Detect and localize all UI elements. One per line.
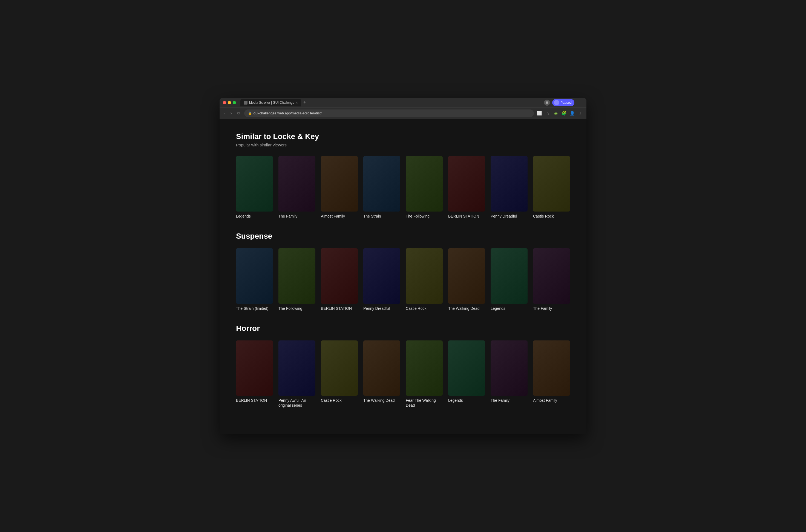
settings-icon[interactable]: [544, 100, 550, 106]
media-grid: The Strain (limited)The FollowingBERLIN …: [236, 248, 570, 311]
media-item[interactable]: The Walking Dead: [363, 340, 400, 408]
media-item[interactable]: The Following: [278, 248, 315, 311]
media-title: The Following: [278, 306, 315, 311]
media-thumbnail: [533, 340, 570, 396]
address-text: gui-challenges.web.app/media-scroller/di…: [254, 111, 322, 115]
media-item[interactable]: BERLIN STATION: [236, 340, 273, 408]
media-thumbnail: [278, 248, 315, 304]
browser-menu-icon[interactable]: ⋮: [579, 100, 583, 105]
media-title: Castle Rock: [321, 398, 358, 403]
section-suspense: SuspenseThe Strain (limited)The Followin…: [236, 232, 570, 311]
media-title: Legends: [236, 214, 273, 218]
media-title: The Following: [406, 214, 443, 218]
media-item[interactable]: BERLIN STATION: [448, 156, 485, 218]
media-thumbnail: [406, 340, 443, 396]
maximize-button[interactable]: [233, 101, 236, 104]
puzzle-icon[interactable]: 🧩: [561, 111, 567, 116]
media-item[interactable]: Legends: [236, 156, 273, 218]
tab-close-icon[interactable]: ×: [296, 101, 298, 104]
toolbar-icons: ⬜ ☆ ◉ 🧩 👤 ♪: [537, 111, 583, 116]
media-item[interactable]: Almost Family: [321, 156, 358, 218]
media-thumbnail: [236, 248, 273, 304]
media-item[interactable]: The Family: [491, 340, 528, 408]
media-item[interactable]: The Walking Dead: [448, 248, 485, 311]
media-grid: BERLIN STATIONPenny Awful: An original s…: [236, 340, 570, 408]
media-thumbnail: [491, 340, 528, 396]
person-icon[interactable]: 👤: [569, 111, 575, 116]
media-title: The Family: [491, 398, 528, 403]
media-title: The Family: [278, 214, 315, 218]
media-item[interactable]: Almost Family: [533, 340, 570, 408]
media-title: The Strain (limited): [236, 306, 273, 311]
address-input[interactable]: 🔒 gui-challenges.web.app/media-scroller/…: [244, 110, 534, 117]
media-item[interactable]: Castle Rock: [321, 340, 358, 408]
media-item[interactable]: Penny Dreadful: [363, 248, 400, 311]
media-title: Penny Dreadful: [491, 214, 528, 218]
media-thumbnail: [448, 156, 485, 211]
new-tab-button[interactable]: +: [302, 100, 307, 106]
close-button[interactable]: [223, 101, 226, 104]
section-similar: Similar to Locke & KeyPopular with simil…: [236, 132, 570, 218]
audio-icon[interactable]: ♪: [578, 111, 583, 115]
address-bar: ‹ › ↻ 🔒 gui-challenges.web.app/media-scr…: [220, 108, 586, 119]
media-item[interactable]: The Following: [406, 156, 443, 218]
title-bar: Media Scroller | GUI Challenge × + Pause…: [220, 98, 586, 108]
media-thumbnail: [236, 340, 273, 396]
tab-favicon: [244, 101, 247, 104]
media-item[interactable]: The Family: [278, 156, 315, 218]
media-thumbnail: [278, 340, 315, 396]
media-title: Penny Dreadful: [363, 306, 400, 311]
media-thumbnail: [236, 156, 273, 211]
section-subtitle: Popular with similar viewers: [236, 142, 570, 147]
media-title: Almost Family: [321, 214, 358, 218]
traffic-lights: [223, 101, 236, 104]
media-item[interactable]: Fear The Walking Dead: [406, 340, 443, 408]
section-title: Similar to Locke & Key: [236, 132, 570, 141]
media-title: BERLIN STATION: [236, 398, 273, 403]
media-item[interactable]: Penny Dreadful: [491, 156, 528, 218]
media-item[interactable]: Castle Rock: [533, 156, 570, 218]
cast-icon[interactable]: ⬜: [537, 111, 542, 116]
active-tab[interactable]: Media Scroller | GUI Challenge ×: [240, 99, 301, 107]
media-item[interactable]: Legends: [491, 248, 528, 311]
bookmark-icon[interactable]: ☆: [545, 111, 550, 116]
media-title: Fear The Walking Dead: [406, 398, 443, 408]
media-item[interactable]: Castle Rock: [406, 248, 443, 311]
media-thumbnail: [363, 248, 400, 304]
media-item[interactable]: BERLIN STATION: [321, 248, 358, 311]
profile-avatar: [554, 100, 559, 106]
back-button[interactable]: ‹: [223, 110, 226, 116]
media-thumbnail: [406, 156, 443, 211]
section-horror: HorrorBERLIN STATIONPenny Awful: An orig…: [236, 324, 570, 408]
tab-bar: Media Scroller | GUI Challenge × +: [240, 99, 542, 107]
minimize-button[interactable]: [228, 101, 231, 104]
media-grid: LegendsThe FamilyAlmost FamilyThe Strain…: [236, 156, 570, 218]
media-item[interactable]: The Family: [533, 248, 570, 311]
refresh-button[interactable]: ↻: [236, 110, 242, 116]
media-thumbnail: [406, 248, 443, 304]
media-item[interactable]: Legends: [448, 340, 485, 408]
page-content: Similar to Locke & KeyPopular with simil…: [220, 119, 586, 434]
media-title: Castle Rock: [406, 306, 443, 311]
media-title: Legends: [448, 398, 485, 403]
genre-heading: Horror: [236, 324, 570, 333]
media-item[interactable]: Penny Awful: An original series: [278, 340, 315, 408]
media-title: Almost Family: [533, 398, 570, 403]
media-thumbnail: [491, 156, 528, 211]
media-thumbnail: [363, 340, 400, 396]
media-thumbnail: [448, 340, 485, 396]
media-thumbnail: [321, 248, 358, 304]
forward-button[interactable]: ›: [229, 110, 233, 116]
media-title: Penny Awful: An original series: [278, 398, 315, 408]
media-thumbnail: [533, 156, 570, 211]
media-title: The Strain: [363, 214, 400, 218]
media-item[interactable]: The Strain: [363, 156, 400, 218]
tab-label: Media Scroller | GUI Challenge: [249, 101, 294, 104]
media-thumbnail: [278, 156, 315, 211]
profile-button[interactable]: Paused: [552, 99, 575, 106]
color-icon[interactable]: ◉: [553, 111, 559, 116]
media-item[interactable]: The Strain (limited): [236, 248, 273, 311]
media-title: Legends: [491, 306, 528, 311]
media-title: BERLIN STATION: [321, 306, 358, 311]
media-title: BERLIN STATION: [448, 214, 485, 218]
